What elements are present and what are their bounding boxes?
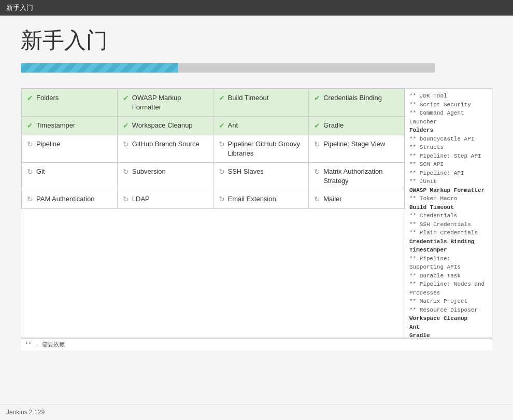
plugin-grid-wrapper: ✔Folders✔OWASP Markup Formatter✔Build Ti… [21,88,492,338]
dependency-note-text: ** - 需要依赖 [25,342,65,348]
plugin-name: PAM Authentication [36,194,95,204]
plugin-cell: ↻PAM Authentication [22,190,118,208]
check-icon: ✔ [219,94,225,102]
plugin-cell: ✔Credentials Binding [309,89,405,117]
plugin-name: Mailer [323,194,341,204]
plugin-item: ↻Email Extension [219,194,304,204]
dependency-note: ** - 需要依赖 [21,338,492,351]
right-panel-line: Timestamper [409,246,488,255]
right-panel-line: Folders [409,126,488,135]
plugin-grid: ✔Folders✔OWASP Markup Formatter✔Build Ti… [21,89,405,209]
check-icon: ✔ [27,121,33,130]
plugin-name: Git [36,167,45,176]
plugin-cell: ↻Mailer [309,190,405,208]
right-panel-line: Ant [409,323,488,332]
plugin-name: Gradle [323,121,344,130]
plugin-item: ↻Pipeline: Stage View [314,139,399,149]
spinner-icon: ↻ [219,195,225,203]
spinner-icon: ↻ [27,195,33,203]
plugin-item: ✔Ant [219,121,304,130]
plugin-item: ✔Credentials Binding [314,93,399,103]
right-panel-line: ** Resource Disposer [409,306,488,315]
plugin-cell: ↻LDAP [117,190,213,208]
plugin-cell: ↻Email Extension [213,190,309,208]
plugin-item: ↻Git [27,167,112,176]
topbar-title: 新手入门 [6,4,33,11]
plugin-item: ↻GitHub Branch Source [123,139,208,149]
spinner-icon: ↻ [27,167,33,176]
right-panel-line: ** Pipeline: API [409,169,488,178]
check-icon: ✔ [123,94,129,102]
plugin-item: ↻Matrix Authorization Strategy [314,167,399,186]
spinner-icon: ↻ [123,140,129,148]
spinner-icon: ↻ [123,195,129,203]
right-panel-line: ** Script Security [409,101,488,109]
plugin-name: Pipeline [36,139,60,149]
plugin-name: Pipeline: Stage View [323,139,385,149]
right-panel-line: ** bouncycastle API [409,135,488,144]
spinner-icon: ↻ [314,167,320,176]
plugin-name: GitHub Branch Source [132,139,200,149]
plugin-item: ↻Mailer [314,194,399,204]
plugin-name: Credentials Binding [323,93,382,103]
right-panel-line: ** Command Agent Launcher [409,109,488,126]
plugin-cell: ✔Ant [213,117,309,135]
spinner-icon: ↻ [219,140,225,148]
right-panel-line: ** JUnit [409,177,488,186]
right-panel-line: ** JDK Tool [409,92,488,101]
plugin-name: OWASP Markup Formatter [132,93,208,112]
plugin-cell: ✔Folders [22,89,118,117]
right-panel-line: ** Matrix Project [409,297,488,306]
check-icon: ✔ [27,94,33,102]
plugin-name: LDAP [132,194,150,204]
plugin-cell: ↻Matrix Authorization Strategy [309,162,405,190]
right-panel-line: ** Structs [409,143,488,152]
right-panel-line: ** SCM API [409,160,488,169]
plugin-item: ↻SSH Slaves [219,167,304,176]
plugin-cell: ↻Pipeline: GitHub Groovy Libraries [213,135,309,162]
plugin-cell: ↻GitHub Branch Source [117,135,213,162]
topbar: 新手入门 [0,0,513,16]
right-panel-line: ** SSH Credentials [409,220,488,229]
right-panel-line: Build Timeout [409,203,488,212]
plugin-cell: ✔Timestamper [22,117,118,135]
plugin-cell: ↻SSH Slaves [213,162,309,190]
plugin-item: ↻Pipeline [27,139,112,149]
plugin-cell: ↻Subversion [117,162,213,190]
plugin-cell: ✔OWASP Markup Formatter [117,89,213,117]
plugin-name: Folders [36,93,59,103]
plugin-item: ✔Workspace Cleanup [123,121,208,130]
right-panel-line: ** Pipeline: Nodes and Processes [409,280,488,297]
footer-text: Jenkins 2.129 [6,409,45,416]
right-panel-line: ** Pipeline: Supporting APIs [409,255,488,272]
plugin-item: ✔Timestamper [27,121,112,130]
right-panel-line: Gradle [409,331,488,338]
plugin-name: Workspace Cleanup [132,121,193,130]
plugin-cell: ↻Pipeline [22,135,118,162]
plugin-name: SSH Slaves [228,167,264,176]
spinner-icon: ↻ [27,140,33,148]
right-panel-line: ** Durable Task [409,272,488,281]
spinner-icon: ↻ [314,195,320,203]
progress-bar-container [21,63,435,73]
plugin-cell: ✔Build Timeout [213,89,309,117]
page-title: 新手入门 [21,26,492,55]
plugin-cell: ↻Git [22,162,118,190]
plugin-item: ↻Subversion [123,167,208,176]
plugin-name: Pipeline: GitHub Groovy Libraries [228,139,304,158]
right-panel-line: OWASP Markup Formatter [409,186,488,195]
plugin-table: ✔Folders✔OWASP Markup Formatter✔Build Ti… [21,89,405,338]
right-panel-line: ** Pipeline: Step API [409,152,488,161]
main-content: 新手入门 ✔Folders✔OWASP Markup Formatter✔Bui… [0,16,513,361]
plugin-cell: ✔Workspace Cleanup [117,117,213,135]
plugin-name: Matrix Authorization Strategy [323,167,399,186]
check-icon: ✔ [314,94,320,102]
check-icon: ✔ [314,121,320,130]
spinner-icon: ↻ [314,140,320,148]
check-icon: ✔ [219,121,225,130]
right-panel-line: ** Token Macro [409,194,488,203]
plugin-name: Subversion [132,167,166,176]
plugin-item: ↻Pipeline: GitHub Groovy Libraries [219,139,304,158]
plugin-name: Email Extension [228,194,276,204]
plugin-item: ✔Build Timeout [219,93,304,103]
